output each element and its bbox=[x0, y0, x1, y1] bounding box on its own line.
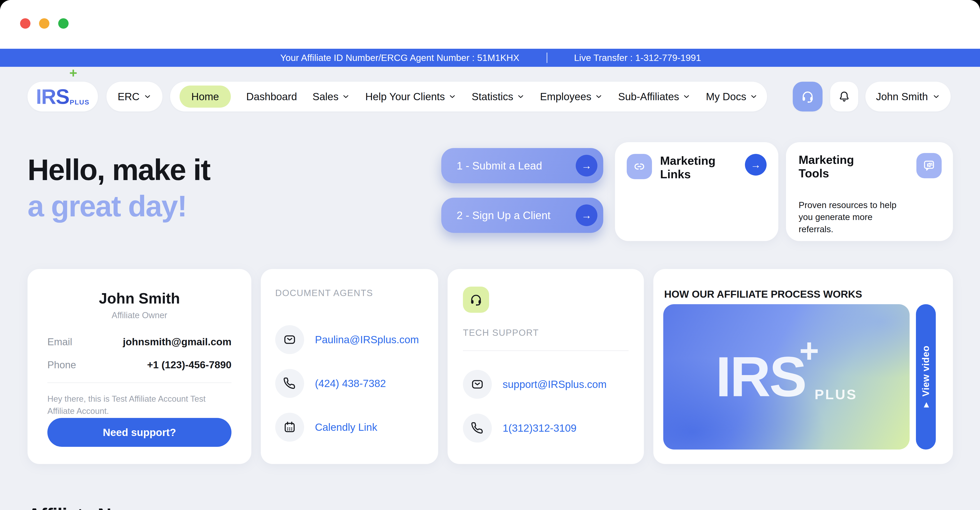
hero-line-2: a great day! bbox=[27, 188, 210, 224]
hero-greeting: Hello, make it a great day! bbox=[27, 151, 210, 224]
nav-item-help-your-clients[interactable]: Help Your Clients bbox=[365, 91, 456, 103]
document-agents-header: DOCUMENT AGENTS bbox=[275, 288, 424, 298]
erc-dropdown[interactable]: ERC bbox=[107, 82, 162, 112]
profile-role: Affiliate Owner bbox=[48, 311, 231, 320]
document-agents-card: DOCUMENT AGENTS Paulina@IRSplus.com (424… bbox=[261, 269, 438, 464]
phone-icon bbox=[463, 414, 492, 443]
profile-name: John Smith bbox=[48, 290, 231, 307]
support-email-link[interactable]: support@IRSplus.com bbox=[463, 370, 628, 399]
mail-icon bbox=[463, 370, 492, 399]
phone-icon bbox=[275, 369, 304, 398]
need-support-button[interactable]: Need support? bbox=[48, 418, 231, 447]
marketing-links-card: Marketing Links → bbox=[615, 142, 778, 241]
marketing-tools-card[interactable]: Marketing Tools Proven resources to help… bbox=[786, 142, 953, 241]
megaphone-bubble-icon bbox=[916, 153, 942, 178]
bell-icon bbox=[838, 91, 850, 103]
browser-window: Your Affiliate ID Number/ERCG Agent Numb… bbox=[0, 0, 980, 510]
nav-item-sub-affiliates[interactable]: Sub-Affiliates bbox=[618, 91, 690, 103]
profile-email-row: Email johnsmith@gmail.com bbox=[48, 336, 231, 348]
headset-icon bbox=[801, 90, 815, 104]
affiliate-id-text: Your Affiliate ID Number/ERCG Agent Numb… bbox=[280, 53, 519, 63]
email-value: johnsmith@gmail.com bbox=[123, 336, 231, 348]
chevron-down-icon bbox=[449, 93, 456, 100]
marketing-links-arrow-button[interactable]: → bbox=[745, 154, 767, 175]
live-transfer-text: Live Transfer : 1-312-779-1991 bbox=[574, 53, 701, 63]
chevron-down-icon bbox=[750, 93, 757, 100]
tech-support-header: TECH SUPPORT bbox=[463, 328, 628, 338]
irsplus-watermark-logo: IRS+ PLUS bbox=[663, 304, 910, 449]
logo-plus-icon: + bbox=[799, 334, 818, 368]
support-headset-button[interactable] bbox=[793, 82, 822, 112]
arrow-right-icon: → bbox=[576, 155, 597, 177]
tech-support-card: TECH SUPPORT support@IRSplus.com 1(312)3… bbox=[448, 269, 644, 464]
chevron-down-icon bbox=[517, 93, 525, 100]
nav-item-dashboard[interactable]: Dashboard bbox=[247, 91, 297, 103]
email-label: Email bbox=[48, 336, 72, 347]
marketing-tools-title: Marketing Tools bbox=[799, 153, 866, 180]
app-window: Your Affiliate ID Number/ERCG Agent Numb… bbox=[0, 0, 980, 510]
submit-lead-button[interactable]: 1 - Submit a Lead → bbox=[441, 148, 603, 183]
tech-support-divider bbox=[463, 351, 628, 351]
nav-item-home[interactable]: Home bbox=[180, 86, 231, 108]
agent-phone-link[interactable]: (424) 438-7382 bbox=[275, 369, 424, 398]
zoom-window-button[interactable] bbox=[58, 18, 68, 29]
chain-link-icon bbox=[627, 154, 652, 179]
process-video-thumbnail[interactable]: IRS+ PLUS bbox=[663, 304, 910, 449]
next-section-heading: Affiliate News bbox=[27, 504, 145, 510]
view-video-button[interactable]: View video ▶ bbox=[916, 304, 936, 449]
main-navigation: Home Dashboard Sales Help Your Clients S… bbox=[170, 82, 767, 112]
topbar-divider bbox=[547, 53, 547, 63]
phone-label: Phone bbox=[48, 359, 76, 371]
logo-plus-icon: + bbox=[69, 66, 77, 80]
play-icon: ▶ bbox=[923, 402, 929, 408]
nav-item-employees[interactable]: Employees bbox=[540, 91, 603, 103]
phone-value: +1 (123)-456-7890 bbox=[147, 359, 231, 371]
close-window-button[interactable] bbox=[20, 18, 30, 29]
window-titlebar bbox=[0, 0, 980, 49]
minimize-window-button[interactable] bbox=[39, 18, 49, 29]
user-menu[interactable]: John Smith bbox=[865, 82, 951, 112]
user-name: John Smith bbox=[876, 91, 928, 103]
profile-phone-row: Phone +1 (123)-456-7890 bbox=[48, 359, 231, 371]
affiliate-info-bar: Your Affiliate ID Number/ERCG Agent Numb… bbox=[0, 49, 980, 67]
marketing-tools-description: Proven resources to help you generate mo… bbox=[799, 199, 907, 235]
agent-calendly-link[interactable]: Calendly Link bbox=[275, 413, 424, 441]
marketing-links-title: Marketing Links bbox=[660, 154, 725, 181]
hero-line-1: Hello, make it bbox=[27, 151, 210, 188]
logo-button[interactable]: IRS + PLUS bbox=[27, 82, 98, 112]
notifications-button[interactable] bbox=[830, 82, 858, 112]
logo-text: IRS bbox=[36, 85, 69, 108]
profile-divider bbox=[48, 382, 231, 383]
affiliate-process-card: HOW OUR AFFILIATE PROCESS WORKS IRS+ PLU… bbox=[653, 269, 953, 464]
nav-item-my-docs[interactable]: My Docs bbox=[706, 91, 757, 103]
mail-icon bbox=[275, 325, 304, 354]
profile-card: John Smith Affiliate Owner Email johnsmi… bbox=[27, 269, 251, 464]
nav-item-sales[interactable]: Sales bbox=[312, 91, 350, 103]
irsplus-logo: IRS + PLUS bbox=[36, 86, 89, 107]
signup-client-button[interactable]: 2 - Sign Up a Client → bbox=[441, 198, 603, 233]
arrow-right-icon: → bbox=[751, 159, 761, 170]
support-phone-link[interactable]: 1(312)312-3109 bbox=[463, 414, 628, 443]
agent-email-link[interactable]: Paulina@IRSplus.com bbox=[275, 325, 424, 354]
chevron-down-icon bbox=[342, 93, 350, 100]
chevron-down-icon bbox=[932, 93, 940, 100]
chevron-down-icon bbox=[682, 93, 690, 100]
nav-item-statistics[interactable]: Statistics bbox=[472, 91, 525, 103]
chevron-down-icon bbox=[595, 93, 603, 100]
calendar-icon bbox=[275, 413, 304, 441]
chevron-down-icon bbox=[144, 93, 151, 100]
headset-icon bbox=[463, 287, 489, 313]
affiliate-process-title: HOW OUR AFFILIATE PROCESS WORKS bbox=[664, 288, 862, 300]
arrow-right-icon: → bbox=[576, 204, 597, 226]
profile-bio: Hey there, this is Test Affiliate Accoun… bbox=[48, 393, 231, 417]
erc-dropdown-label: ERC bbox=[118, 91, 139, 103]
logo-suffix-text: PLUS bbox=[70, 99, 89, 105]
